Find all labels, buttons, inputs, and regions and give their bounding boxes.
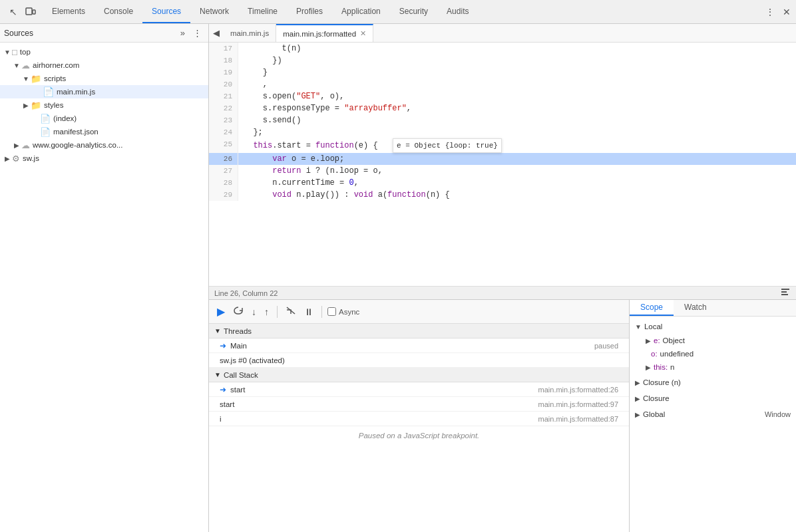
- scope-section-local-header[interactable]: ▼ Local: [630, 319, 796, 334]
- line-num-19: 19: [209, 66, 238, 78]
- close-formatted-tab-icon[interactable]: ✕: [360, 29, 366, 38]
- code-tab-main-min[interactable]: main.min.js: [224, 24, 276, 42]
- call-stack-list: ➜ start main.min.js:formatted:26 start m…: [209, 382, 629, 426]
- pause-on-exceptions-icon[interactable]: ⏸: [301, 304, 316, 320]
- call-stack-item-i-87[interactable]: i main.min.js:formatted:87: [209, 412, 629, 426]
- tab-back-icon[interactable]: ◀: [209, 24, 224, 42]
- tab-audits[interactable]: Audits: [437, 0, 478, 23]
- tree-arrow-scripts: ▼: [21, 75, 31, 82]
- call-stack-item-start-97[interactable]: start main.min.js:formatted:97: [209, 397, 629, 412]
- close-devtools-icon[interactable]: ✕: [780, 4, 793, 20]
- scope-local-arrow-icon: ▼: [635, 323, 642, 331]
- tree-item-google-analytics[interactable]: ▶ ☁ www.google-analytics.co...: [0, 138, 208, 152]
- scope-content: ▼ Local ▶ e: Object o: undefined: [630, 317, 796, 532]
- scope-section-local: ▼ Local ▶ e: Object o: undefined: [630, 319, 796, 374]
- call-stack-file-i-87: main.min.js:formatted:87: [538, 415, 618, 423]
- tab-network[interactable]: Network: [190, 0, 238, 23]
- scope-section-global-header[interactable]: ▶ Global Window: [630, 407, 796, 422]
- file-tree: ▼ □ top ▼ ☁ airhorner.com ▼ 📁 scripts: [0, 43, 208, 532]
- scope-tabs: Scope Watch: [630, 300, 796, 317]
- threads-section-header[interactable]: ▼ Threads: [209, 324, 629, 338]
- tree-label-sw-js: sw.js: [23, 154, 39, 162]
- thread-main[interactable]: ➜ Main paused: [209, 338, 629, 353]
- scope-section-closure-n-header[interactable]: ▶ Closure (n): [630, 375, 796, 390]
- scope-item-this[interactable]: ▶ this: n: [630, 360, 796, 374]
- tab-sources[interactable]: Sources: [142, 0, 190, 23]
- tree-arrow-airhorner: ▼: [12, 62, 21, 69]
- devtools-icons: ↖: [3, 4, 43, 20]
- tab-elements[interactable]: Elements: [43, 0, 95, 23]
- step-over-icon[interactable]: [230, 303, 246, 321]
- tree-item-index[interactable]: 📄 (index): [0, 112, 208, 125]
- tree-item-sw-js[interactable]: ▶ ⚙ sw.js: [0, 152, 208, 165]
- tab-security[interactable]: Security: [390, 0, 437, 23]
- step-into-icon[interactable]: ↓: [249, 304, 259, 320]
- more-panel-icon[interactable]: ⋮: [190, 27, 204, 39]
- scope-tab-watch[interactable]: Watch: [674, 300, 717, 316]
- tree-arrow-google: ▶: [12, 142, 21, 149]
- tab-profiles[interactable]: Profiles: [287, 0, 332, 23]
- line-content-24: };: [238, 126, 796, 138]
- toolbar-separator-2: [321, 306, 322, 318]
- scope-item-o[interactable]: o: undefined: [630, 347, 796, 360]
- scope-key-o: o:: [651, 350, 658, 358]
- scope-value-e: Object: [663, 336, 685, 344]
- code-tab-formatted[interactable]: main.min.js:formatted ✕: [276, 24, 373, 42]
- folder-icon-scripts: 📁: [31, 74, 41, 84]
- tree-label-styles: styles: [44, 101, 63, 109]
- expand-panel-icon[interactable]: »: [178, 27, 188, 39]
- call-stack-label-i-87: i: [220, 415, 538, 423]
- main-panel-layout: Sources » ⋮ ▼ □ top ▼ ☁ airhorner.com: [0, 24, 796, 532]
- scope-closure-n-arrow-icon: ▶: [635, 379, 640, 386]
- code-line-17: 17 t(n): [209, 43, 796, 55]
- cursor-icon[interactable]: ↖: [7, 4, 20, 20]
- tree-item-manifest[interactable]: 📄 manifest.json: [0, 125, 208, 138]
- code-line-19: 19 }: [209, 66, 796, 78]
- line-num-20: 20: [209, 78, 238, 90]
- line-content-19: }: [238, 66, 796, 78]
- call-stack-item-start-26[interactable]: ➜ start main.min.js:formatted:26: [209, 382, 629, 397]
- tree-item-scripts[interactable]: ▼ 📁 scripts: [0, 72, 208, 85]
- more-options-icon[interactable]: ⋮: [763, 4, 777, 20]
- resume-icon[interactable]: ▶: [214, 303, 228, 321]
- call-stack-section-header[interactable]: ▼ Call Stack: [209, 368, 629, 382]
- tree-item-styles[interactable]: ▶ 📁 styles: [0, 98, 208, 112]
- scope-local-label: Local: [644, 323, 663, 331]
- tab-timeline[interactable]: Timeline: [238, 0, 287, 23]
- scope-value-o: undefined: [660, 350, 694, 358]
- line-content-22: s.responseType = "arraybuffer",: [238, 102, 796, 114]
- svg-rect-1: [33, 10, 35, 14]
- code-line-23: 23 s.send(): [209, 114, 796, 126]
- tab-application[interactable]: Application: [332, 0, 390, 23]
- left-debug-panel: ▶ ↓ ↑: [209, 300, 630, 532]
- step-out-icon[interactable]: ↑: [262, 304, 272, 320]
- status-format-icon[interactable]: [780, 287, 791, 299]
- thread-sw[interactable]: sw.js #0 (activated): [209, 353, 629, 368]
- tab-console[interactable]: Console: [95, 0, 142, 23]
- tree-item-top[interactable]: ▼ □ top: [0, 45, 208, 59]
- svg-rect-2: [781, 289, 789, 290]
- line-num-18: 18: [209, 55, 238, 66]
- async-checkbox-label[interactable]: Async: [327, 307, 359, 316]
- line-content-25: this.start = function(e) { e = Object {l…: [238, 138, 796, 153]
- scope-section-closure-header[interactable]: ▶ Closure: [630, 391, 796, 406]
- device-icon[interactable]: [23, 5, 39, 19]
- tree-label-top: top: [20, 48, 31, 56]
- folder-icon-styles: 📁: [31, 100, 41, 110]
- status-bar: Line 26, Column 22: [209, 286, 796, 299]
- paused-note: Paused on a JavaScript breakpoint.: [209, 426, 629, 445]
- tree-item-main-min-js[interactable]: 📄 main.min.js: [0, 85, 208, 98]
- scope-item-e[interactable]: ▶ e: Object: [630, 334, 796, 347]
- code-area[interactable]: 17 t(n) 18 }) 19 } 20 , 21: [209, 43, 796, 286]
- scope-tab-scope[interactable]: Scope: [630, 300, 674, 316]
- tree-arrow-top: ▼: [3, 49, 12, 56]
- tree-arrow-sw: ▶: [3, 155, 12, 162]
- tree-item-airhorner[interactable]: ▼ ☁ airhorner.com: [0, 59, 208, 72]
- line-content-17: t(n): [238, 43, 796, 55]
- code-line-27: 27 return i ? (n.loop = o,: [209, 165, 796, 177]
- code-tab-label-formatted: main.min.js:formatted: [283, 30, 356, 38]
- line-content-29: void n.play()) : void a(function(n) {: [238, 189, 796, 201]
- line-num-25: 25: [209, 138, 238, 153]
- deactivate-breakpoints-icon[interactable]: [283, 303, 299, 320]
- async-checkbox[interactable]: [327, 307, 336, 316]
